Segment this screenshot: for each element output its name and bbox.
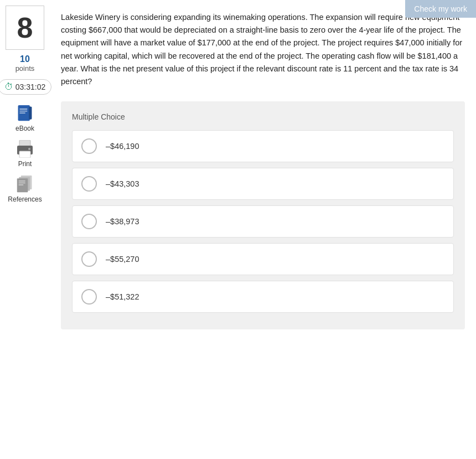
option-c[interactable]: –$38,973 xyxy=(72,205,454,238)
radio-e[interactable] xyxy=(81,289,97,305)
mc-type-label: Multiple Choice xyxy=(72,112,454,121)
svg-rect-13 xyxy=(18,182,25,183)
check-my-work-button[interactable]: Check my work xyxy=(405,0,476,18)
references-label: References xyxy=(8,195,42,203)
points-label: points xyxy=(15,64,35,73)
print-svg xyxy=(16,140,34,158)
references-icon xyxy=(15,174,35,194)
radio-c[interactable] xyxy=(81,214,97,229)
option-b-text: –$43,303 xyxy=(106,179,139,188)
print-label: Print xyxy=(18,160,32,168)
timer: ⏱ 03:31:02 xyxy=(0,79,51,95)
radio-a[interactable] xyxy=(81,138,97,154)
svg-point-8 xyxy=(28,148,30,150)
ebook-icon xyxy=(15,104,35,123)
option-d[interactable]: –$55,270 xyxy=(72,243,454,275)
radio-d[interactable] xyxy=(81,251,97,267)
option-e-text: –$51,322 xyxy=(106,292,139,301)
svg-rect-2 xyxy=(19,109,27,110)
option-a[interactable]: –$46,190 xyxy=(72,130,454,162)
svg-rect-14 xyxy=(18,184,23,185)
timer-value: 03:31:02 xyxy=(15,82,46,91)
svg-rect-7 xyxy=(19,151,30,158)
question-number: 8 xyxy=(6,6,44,50)
points-value: 10 xyxy=(15,54,35,64)
multiple-choice-container: Multiple Choice –$46,190 –$43,303 –$38,9… xyxy=(61,101,465,329)
option-b[interactable]: –$43,303 xyxy=(72,168,454,200)
sidebar-item-print[interactable]: Print xyxy=(6,139,44,168)
points-display: 10 points xyxy=(15,54,35,73)
question-text: Lakeside Winery is considering expanding… xyxy=(61,11,465,88)
ebook-svg xyxy=(16,105,34,122)
references-svg xyxy=(16,176,34,193)
sidebar-item-references[interactable]: References xyxy=(6,174,44,203)
svg-rect-4 xyxy=(19,112,25,114)
main-content: Lakeside Winery is considering expanding… xyxy=(55,0,476,341)
option-e[interactable]: –$51,322 xyxy=(72,281,454,313)
sidebar: 8 10 points ⏱ 03:31:02 eBook xyxy=(0,0,50,210)
svg-rect-1 xyxy=(29,107,32,120)
print-icon xyxy=(15,139,35,159)
sidebar-item-ebook[interactable]: eBook xyxy=(6,104,44,132)
option-c-text: –$38,973 xyxy=(106,217,139,226)
option-d-text: –$55,270 xyxy=(106,255,139,264)
timer-icon: ⏱ xyxy=(4,82,13,92)
radio-b[interactable] xyxy=(81,176,97,192)
ebook-label: eBook xyxy=(15,125,34,132)
svg-rect-3 xyxy=(19,111,27,112)
svg-rect-12 xyxy=(18,180,25,182)
option-a-text: –$46,190 xyxy=(106,142,139,151)
